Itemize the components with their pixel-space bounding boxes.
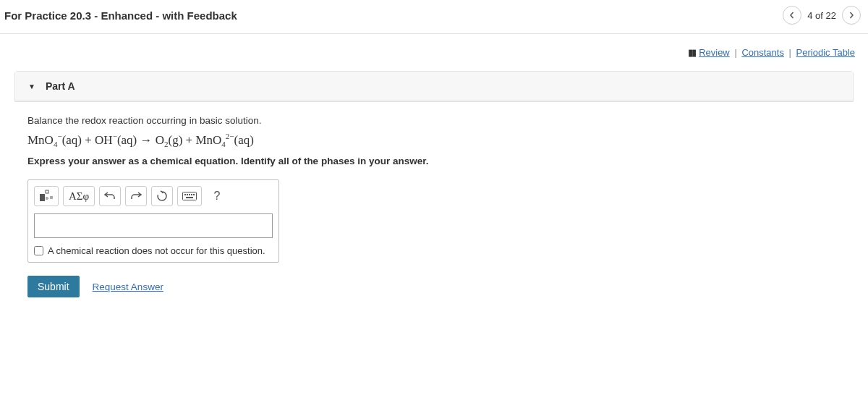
undo-icon	[104, 191, 116, 201]
page-title: For Practice 20.3 - Enhanced - with Feed…	[4, 9, 237, 22]
no-reaction-label: A chemical reaction does not occur for t…	[48, 245, 265, 256]
reset-button[interactable]	[151, 186, 173, 206]
svg-rect-7	[193, 194, 195, 195]
constants-link[interactable]: Constants	[741, 47, 784, 58]
caret-down-icon: ▼	[28, 82, 35, 90]
periodic-table-link[interactable]: Periodic Table	[796, 47, 855, 58]
keyboard-button[interactable]	[177, 186, 202, 206]
nav-group: 4 of 22	[783, 6, 861, 25]
undo-button[interactable]	[99, 186, 121, 206]
answer-input[interactable]	[34, 213, 273, 238]
redo-icon	[130, 191, 142, 201]
chevron-right-icon	[848, 12, 855, 19]
svg-rect-2	[183, 192, 197, 200]
chevron-left-icon	[788, 12, 796, 19]
redo-button[interactable]	[125, 186, 147, 206]
question-prompt: Balance the redox reaction occurring in …	[27, 115, 841, 126]
no-reaction-checkbox[interactable]	[34, 246, 43, 255]
prev-button[interactable]	[783, 6, 801, 25]
svg-rect-4	[187, 194, 188, 195]
svg-rect-5	[189, 194, 190, 195]
answer-instruction: Express your answer as a chemical equati…	[27, 156, 841, 166]
submit-button[interactable]: Submit	[27, 276, 80, 297]
templates-icon	[39, 190, 54, 203]
next-button[interactable]	[842, 6, 861, 25]
templates-button[interactable]	[34, 186, 59, 206]
svg-rect-8	[186, 197, 193, 198]
svg-rect-1	[46, 190, 48, 193]
part-header[interactable]: ▼ Part A	[15, 72, 853, 101]
progress-text: 4 of 22	[807, 10, 836, 21]
greek-letters-button[interactable]: ΑΣφ	[63, 186, 95, 206]
equation-display: MnO4−(aq) + OH−(aq) → O2(g) + MnO42−(aq)	[27, 132, 841, 148]
reset-icon	[156, 190, 168, 202]
keyboard-icon	[182, 192, 197, 200]
svg-rect-3	[184, 194, 186, 195]
pause-icon: ▮▮	[688, 47, 695, 58]
resource-links: ▮▮ Review | Constants | Periodic Table	[0, 34, 868, 71]
help-button[interactable]: ?	[206, 186, 228, 206]
review-link[interactable]: Review	[699, 47, 730, 58]
formula-toolbar: ΑΣφ ?	[34, 186, 273, 206]
separator: |	[732, 47, 739, 58]
svg-rect-0	[40, 194, 45, 201]
answer-panel: ΑΣφ ? A chemical reaction does n	[27, 179, 279, 263]
request-answer-link[interactable]: Request Answer	[93, 281, 163, 292]
part-label: Part A	[46, 80, 75, 92]
svg-rect-6	[191, 194, 192, 195]
separator: |	[787, 47, 793, 58]
